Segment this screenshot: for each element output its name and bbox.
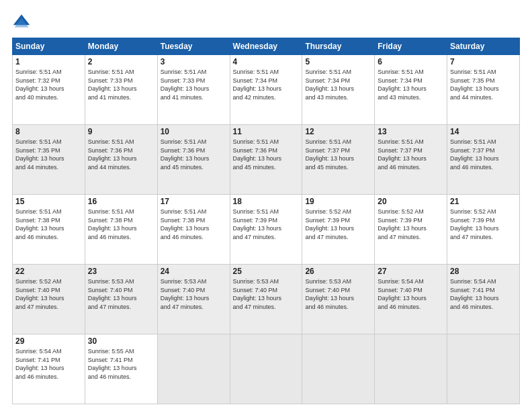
day-cell xyxy=(447,334,520,404)
day-cell: 11Sunrise: 5:51 AMSunset: 7:36 PMDayligh… xyxy=(230,125,302,195)
day-info: Sunrise: 5:55 AMSunset: 7:41 PMDaylight:… xyxy=(88,347,154,381)
day-number: 18 xyxy=(233,197,300,206)
day-cell: 3Sunrise: 5:51 AMSunset: 7:33 PMDaylight… xyxy=(157,55,230,125)
day-info: Sunrise: 5:52 AMSunset: 7:39 PMDaylight:… xyxy=(450,208,517,241)
day-cell: 28Sunrise: 5:54 AMSunset: 7:41 PMDayligh… xyxy=(447,265,520,334)
day-cell: 22Sunrise: 5:52 AMSunset: 7:40 PMDayligh… xyxy=(13,265,85,334)
day-number: 23 xyxy=(88,267,154,276)
week-row-1: 1Sunrise: 5:51 AMSunset: 7:32 PMDaylight… xyxy=(13,55,520,125)
week-row-5: 29Sunrise: 5:54 AMSunset: 7:41 PMDayligh… xyxy=(13,334,520,404)
day-info: Sunrise: 5:51 AMSunset: 7:37 PMDaylight:… xyxy=(450,138,517,171)
day-number: 13 xyxy=(378,127,444,136)
day-cell: 5Sunrise: 5:51 AMSunset: 7:34 PMDaylight… xyxy=(302,55,375,125)
col-header-tuesday: Tuesday xyxy=(157,38,230,55)
day-number: 17 xyxy=(161,197,227,206)
day-cell: 14Sunrise: 5:51 AMSunset: 7:37 PMDayligh… xyxy=(447,125,520,195)
day-info: Sunrise: 5:51 AMSunset: 7:36 PMDaylight:… xyxy=(233,138,300,171)
day-number: 20 xyxy=(378,197,444,206)
day-info: Sunrise: 5:51 AMSunset: 7:32 PMDaylight:… xyxy=(15,68,82,101)
day-cell xyxy=(302,334,375,404)
day-info: Sunrise: 5:51 AMSunset: 7:39 PMDaylight:… xyxy=(233,208,300,241)
day-number: 24 xyxy=(161,267,227,276)
day-cell: 20Sunrise: 5:52 AMSunset: 7:39 PMDayligh… xyxy=(375,195,447,265)
day-info: Sunrise: 5:51 AMSunset: 7:34 PMDaylight:… xyxy=(305,68,371,101)
day-cell: 7Sunrise: 5:51 AMSunset: 7:35 PMDaylight… xyxy=(447,55,520,125)
day-cell: 10Sunrise: 5:51 AMSunset: 7:36 PMDayligh… xyxy=(157,125,230,195)
day-cell: 29Sunrise: 5:54 AMSunset: 7:41 PMDayligh… xyxy=(13,334,85,404)
day-number: 2 xyxy=(88,57,154,66)
day-info: Sunrise: 5:54 AMSunset: 7:41 PMDaylight:… xyxy=(450,277,517,311)
col-header-sunday: Sunday xyxy=(13,38,85,55)
page: SundayMondayTuesdayWednesdayThursdayFrid… xyxy=(0,0,532,411)
col-header-thursday: Thursday xyxy=(302,38,375,55)
day-info: Sunrise: 5:52 AMSunset: 7:39 PMDaylight:… xyxy=(305,208,371,241)
col-header-wednesday: Wednesday xyxy=(230,38,302,55)
day-number: 26 xyxy=(305,267,371,276)
col-header-saturday: Saturday xyxy=(447,38,520,55)
day-cell: 13Sunrise: 5:51 AMSunset: 7:37 PMDayligh… xyxy=(375,125,447,195)
day-number: 25 xyxy=(233,267,300,276)
day-info: Sunrise: 5:51 AMSunset: 7:33 PMDaylight:… xyxy=(161,68,227,101)
day-number: 3 xyxy=(161,57,227,66)
day-number: 30 xyxy=(88,336,154,346)
day-cell xyxy=(230,334,302,404)
day-cell: 17Sunrise: 5:51 AMSunset: 7:38 PMDayligh… xyxy=(157,195,230,265)
day-cell: 15Sunrise: 5:51 AMSunset: 7:38 PMDayligh… xyxy=(13,195,85,265)
logo xyxy=(12,12,34,31)
day-cell: 25Sunrise: 5:53 AMSunset: 7:40 PMDayligh… xyxy=(230,265,302,334)
day-cell: 16Sunrise: 5:51 AMSunset: 7:38 PMDayligh… xyxy=(85,195,157,265)
day-cell: 26Sunrise: 5:53 AMSunset: 7:40 PMDayligh… xyxy=(302,265,375,334)
day-cell: 8Sunrise: 5:51 AMSunset: 7:35 PMDaylight… xyxy=(13,125,85,195)
day-number: 22 xyxy=(15,267,82,276)
day-info: Sunrise: 5:54 AMSunset: 7:41 PMDaylight:… xyxy=(15,347,82,381)
day-cell: 1Sunrise: 5:51 AMSunset: 7:32 PMDaylight… xyxy=(13,55,85,125)
day-cell: 2Sunrise: 5:51 AMSunset: 7:33 PMDaylight… xyxy=(85,55,157,125)
day-info: Sunrise: 5:52 AMSunset: 7:39 PMDaylight:… xyxy=(378,208,444,241)
day-info: Sunrise: 5:53 AMSunset: 7:40 PMDaylight:… xyxy=(88,277,154,311)
day-info: Sunrise: 5:51 AMSunset: 7:36 PMDaylight:… xyxy=(161,138,227,171)
col-header-friday: Friday xyxy=(375,38,447,55)
day-number: 4 xyxy=(233,57,300,66)
day-info: Sunrise: 5:51 AMSunset: 7:34 PMDaylight:… xyxy=(378,68,444,101)
day-number: 28 xyxy=(450,267,517,276)
day-number: 8 xyxy=(15,127,82,136)
calendar-table: SundayMondayTuesdayWednesdayThursdayFrid… xyxy=(12,38,520,404)
day-cell: 18Sunrise: 5:51 AMSunset: 7:39 PMDayligh… xyxy=(230,195,302,265)
header xyxy=(12,12,520,31)
day-cell: 27Sunrise: 5:54 AMSunset: 7:40 PMDayligh… xyxy=(375,265,447,334)
day-cell: 30Sunrise: 5:55 AMSunset: 7:41 PMDayligh… xyxy=(85,334,157,404)
day-number: 15 xyxy=(15,197,82,206)
day-cell: 21Sunrise: 5:52 AMSunset: 7:39 PMDayligh… xyxy=(447,195,520,265)
week-row-2: 8Sunrise: 5:51 AMSunset: 7:35 PMDaylight… xyxy=(13,125,520,195)
day-cell: 9Sunrise: 5:51 AMSunset: 7:36 PMDaylight… xyxy=(85,125,157,195)
logo-icon xyxy=(12,12,31,31)
day-number: 12 xyxy=(305,127,371,136)
day-info: Sunrise: 5:53 AMSunset: 7:40 PMDaylight:… xyxy=(161,277,227,311)
day-number: 9 xyxy=(88,127,154,136)
day-number: 21 xyxy=(450,197,517,206)
day-number: 14 xyxy=(450,127,517,136)
day-info: Sunrise: 5:51 AMSunset: 7:35 PMDaylight:… xyxy=(450,68,517,101)
week-row-4: 22Sunrise: 5:52 AMSunset: 7:40 PMDayligh… xyxy=(13,265,520,334)
day-info: Sunrise: 5:51 AMSunset: 7:38 PMDaylight:… xyxy=(15,208,82,241)
day-info: Sunrise: 5:51 AMSunset: 7:37 PMDaylight:… xyxy=(305,138,371,171)
day-info: Sunrise: 5:51 AMSunset: 7:38 PMDaylight:… xyxy=(161,208,227,241)
day-number: 1 xyxy=(15,57,82,66)
day-info: Sunrise: 5:51 AMSunset: 7:35 PMDaylight:… xyxy=(15,138,82,171)
day-number: 10 xyxy=(161,127,227,136)
day-number: 11 xyxy=(233,127,300,136)
day-number: 29 xyxy=(15,336,82,346)
day-info: Sunrise: 5:53 AMSunset: 7:40 PMDaylight:… xyxy=(233,277,300,311)
day-cell: 19Sunrise: 5:52 AMSunset: 7:39 PMDayligh… xyxy=(302,195,375,265)
day-number: 6 xyxy=(378,57,444,66)
day-info: Sunrise: 5:54 AMSunset: 7:40 PMDaylight:… xyxy=(378,277,444,311)
day-number: 27 xyxy=(378,267,444,276)
day-info: Sunrise: 5:51 AMSunset: 7:37 PMDaylight:… xyxy=(378,138,444,171)
day-cell xyxy=(375,334,447,404)
day-cell xyxy=(157,334,230,404)
day-number: 19 xyxy=(305,197,371,206)
day-info: Sunrise: 5:52 AMSunset: 7:40 PMDaylight:… xyxy=(15,277,82,311)
day-info: Sunrise: 5:51 AMSunset: 7:36 PMDaylight:… xyxy=(88,138,154,171)
day-cell: 12Sunrise: 5:51 AMSunset: 7:37 PMDayligh… xyxy=(302,125,375,195)
header-row: SundayMondayTuesdayWednesdayThursdayFrid… xyxy=(13,38,520,55)
